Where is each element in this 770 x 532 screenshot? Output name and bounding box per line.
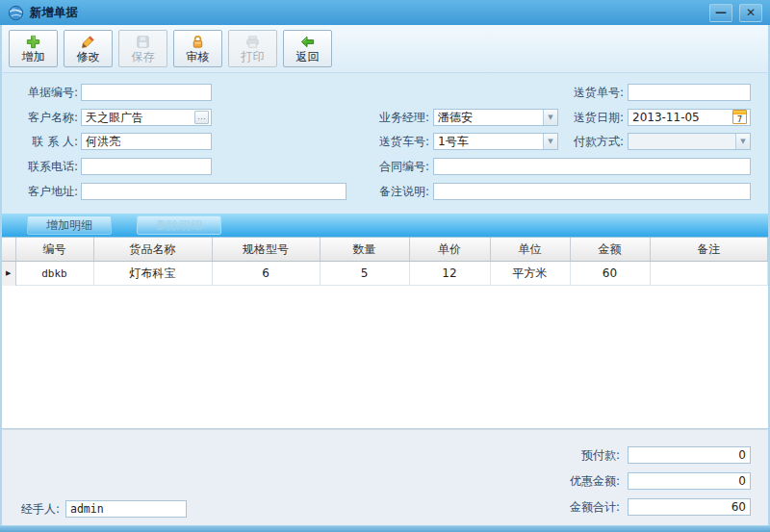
- delete-detail-button: 删除明细: [137, 215, 221, 235]
- handler-input[interactable]: [65, 500, 187, 518]
- remark-label: 备注说明:: [360, 183, 429, 200]
- print-button: 打印: [228, 30, 277, 67]
- add-detail-button[interactable]: 增加明细: [27, 215, 112, 235]
- window-border-left: [0, 25, 2, 532]
- audit-button-label: 审核: [187, 51, 210, 63]
- grid-header-price[interactable]: 单价: [409, 238, 490, 262]
- calendar-icon[interactable]: 7: [732, 110, 747, 124]
- total-amount-input[interactable]: [628, 498, 751, 516]
- save-button-label: 保存: [132, 51, 155, 63]
- vehicle-combo[interactable]: [433, 133, 558, 150]
- modify-button[interactable]: 修改: [64, 30, 113, 67]
- cell-spec[interactable]: 6: [212, 262, 320, 286]
- titlebar: 新增单据 — ✕: [0, 0, 770, 25]
- row-marker-icon: ▶: [2, 262, 15, 286]
- grid-header-row: 编号 货品名称 规格型号 数量 单价 单位 金额 备注: [2, 238, 768, 262]
- phone-input[interactable]: [81, 158, 212, 175]
- discount-label: 优惠金额:: [520, 472, 620, 490]
- pencil-icon: [80, 34, 96, 50]
- prepaid-input[interactable]: [628, 446, 751, 464]
- window-border-bottom: [0, 525, 770, 532]
- cell-remark[interactable]: [650, 262, 768, 286]
- vehicle-label: 送货车号:: [360, 133, 429, 150]
- floppy-disk-icon: [135, 34, 151, 50]
- cell-price[interactable]: 12: [409, 262, 490, 286]
- grid-header-unit[interactable]: 单位: [490, 238, 570, 262]
- delivery-no-label: 送货单号:: [554, 84, 624, 101]
- grid-header-amount[interactable]: 金额: [570, 238, 650, 262]
- grid-header-qty[interactable]: 数量: [320, 238, 409, 262]
- grid-header-spec[interactable]: 规格型号: [212, 238, 320, 262]
- contact-input[interactable]: [81, 133, 212, 150]
- address-input[interactable]: [81, 183, 346, 200]
- back-button-label: 返回: [296, 51, 320, 63]
- remark-input[interactable]: [433, 183, 751, 200]
- payment-combo[interactable]: [628, 133, 751, 150]
- handler-label: 经手人:: [8, 500, 60, 518]
- print-button-label: 打印: [242, 51, 265, 63]
- grid-header-code[interactable]: 编号: [15, 238, 93, 262]
- detail-toolbar: 增加明细 删除明细: [2, 214, 768, 237]
- grid-header-marker: [2, 238, 15, 262]
- page-title: 新增单据: [30, 5, 78, 21]
- calendar-day: 7: [733, 114, 746, 124]
- detail-grid: 编号 货品名称 规格型号 数量 单价 单位 金额 备注 ▶ dbkb 灯布科宝 …: [2, 237, 768, 429]
- manager-combo[interactable]: [433, 109, 558, 126]
- cell-name[interactable]: 灯布科宝: [93, 262, 212, 286]
- customer-label: 客户名称:: [8, 109, 78, 126]
- discount-input[interactable]: [628, 472, 751, 490]
- customer-lookup-button[interactable]: …: [194, 111, 209, 124]
- back-arrow-icon: [299, 34, 316, 50]
- printer-icon: [244, 34, 261, 50]
- table-row[interactable]: ▶ dbkb 灯布科宝 6 5 12 平方米 60: [2, 262, 768, 286]
- cell-unit[interactable]: 平方米: [490, 262, 570, 286]
- total-amount-label: 金额合计:: [520, 498, 620, 516]
- minimize-button[interactable]: —: [709, 4, 732, 22]
- audit-button[interactable]: 审核: [173, 30, 222, 67]
- address-label: 客户地址:: [8, 183, 78, 200]
- manager-label: 业务经理:: [360, 109, 429, 126]
- new-document-window: 新增单据 — ✕ 增加 修改: [0, 0, 770, 532]
- delivery-date-label: 送货日期:: [554, 109, 624, 126]
- lock-icon: [190, 34, 206, 50]
- cell-code[interactable]: dbkb: [15, 262, 93, 286]
- grid-header-name[interactable]: 货品名称: [93, 238, 212, 262]
- globe-icon: [8, 5, 24, 21]
- contract-no-input[interactable]: [433, 158, 751, 175]
- phone-label: 联系电话:: [8, 158, 78, 175]
- contact-label: 联 系 人:: [8, 133, 78, 150]
- main-toolbar: 增加 修改 保存 审核: [2, 25, 768, 73]
- contract-no-label: 合同编号:: [360, 158, 429, 175]
- prepaid-label: 预付款:: [520, 446, 620, 464]
- doc-no-input[interactable]: [81, 84, 212, 101]
- cell-amount[interactable]: 60: [570, 262, 650, 286]
- plus-icon: [25, 34, 41, 50]
- payment-chevron-down-icon[interactable]: ▼: [735, 134, 750, 149]
- delivery-no-input[interactable]: [628, 84, 751, 101]
- modify-button-label: 修改: [77, 51, 100, 63]
- add-button[interactable]: 增加: [9, 30, 58, 67]
- save-button: 保存: [118, 30, 167, 67]
- grid-header-remark[interactable]: 备注: [650, 238, 768, 262]
- customer-input[interactable]: [81, 109, 212, 126]
- cell-qty[interactable]: 5: [320, 262, 409, 286]
- close-button[interactable]: ✕: [739, 4, 762, 22]
- add-button-label: 增加: [22, 51, 45, 63]
- payment-label: 付款方式:: [554, 133, 624, 150]
- doc-no-label: 单据编号:: [8, 84, 78, 101]
- back-button[interactable]: 返回: [283, 30, 332, 67]
